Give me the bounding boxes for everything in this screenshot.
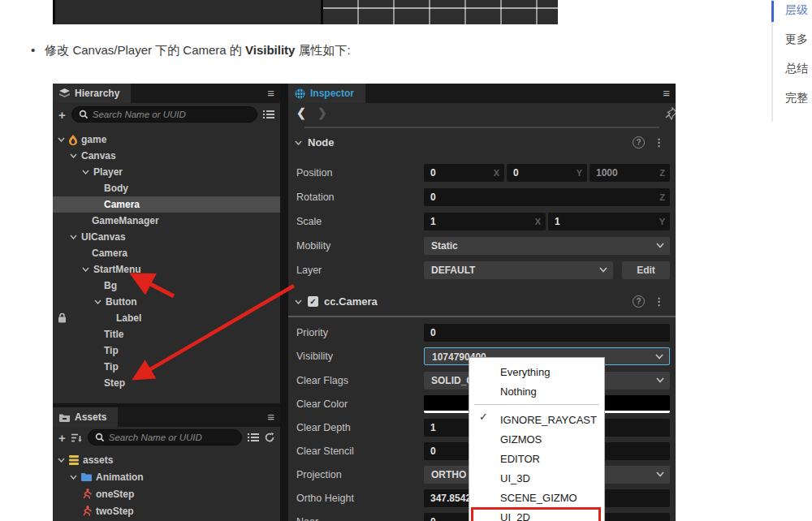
tree-item-gamemanager[interactable]: GameManager <box>53 213 280 229</box>
scale-y-field[interactable]: 1Y <box>548 213 670 230</box>
asset-item-onestep[interactable]: oneStep <box>53 485 280 502</box>
layer-label: Layer <box>296 265 322 276</box>
hierarchy-toolbar: + Search Name or UUID <box>53 103 280 126</box>
dropdown-item-editor[interactable]: EDITOR <box>469 450 604 469</box>
tree-label: Bg <box>104 280 117 291</box>
visibility-dropdown-popup: Everything Nothing ✓ IGNORE_RAYCAST GIZM… <box>469 357 605 521</box>
node-section-header[interactable]: Node ? ⋮ <box>288 136 676 149</box>
instruction-bold-visibility: Visibility <box>245 43 295 57</box>
inspector-panel: Inspector ≡ ❮ ❯ Node ? ⋮ Position <box>288 84 676 521</box>
dropdown-divider <box>474 404 599 405</box>
tree-label: oneStep <box>96 489 134 500</box>
asset-item-animation[interactable]: Animation <box>53 468 280 485</box>
tab-hierarchy[interactable]: Hierarchy <box>53 84 131 103</box>
tree-item-tip2[interactable]: Tip <box>53 359 280 375</box>
tree-item-body[interactable]: Body <box>53 180 280 196</box>
sort-icon[interactable] <box>71 433 82 442</box>
camera-enabled-checkbox[interactable]: ✓ <box>308 296 318 307</box>
scene-preview-image <box>53 0 558 24</box>
near-label: Near <box>296 516 318 521</box>
tree-item-tip1[interactable]: Tip <box>53 342 280 359</box>
tree-item-label[interactable]: Label <box>53 310 280 326</box>
inspector-menu-icon[interactable]: ≡ <box>663 86 670 100</box>
dropdown-item-everything[interactable]: Everything <box>469 363 604 382</box>
tree-label: Body <box>104 183 128 194</box>
chevron-down-icon <box>599 267 607 273</box>
tree-label: Step <box>104 377 125 389</box>
tree-item-uicanvas[interactable]: UICanvas <box>53 229 280 245</box>
list-view-icon[interactable] <box>248 433 259 442</box>
chevron-down-icon[interactable] <box>70 153 77 158</box>
ortho-height-label: Ortho Height <box>296 493 354 504</box>
refresh-icon[interactable] <box>265 433 274 442</box>
position-y-field[interactable]: 0Y <box>507 164 587 182</box>
dropdown-item-ui-3d[interactable]: UI_3D <box>469 469 604 489</box>
tree-item-ui-camera[interactable]: Camera <box>53 245 280 261</box>
tree-item-title[interactable]: Title <box>53 326 280 342</box>
tab-inspector-label: Inspector <box>310 88 354 99</box>
scale-x-field[interactable]: 1X <box>424 213 546 230</box>
position-x-field[interactable]: 0X <box>424 164 504 182</box>
create-node-button[interactable]: + <box>58 109 66 121</box>
toc-item-more[interactable]: 更多 <box>785 32 808 47</box>
help-icon[interactable]: ? <box>633 136 645 149</box>
inspector-navrow: ❮ ❯ <box>288 103 676 124</box>
nav-back-icon[interactable]: ❮ <box>296 106 306 119</box>
chevron-down-icon <box>656 243 664 248</box>
dropdown-item-nothing[interactable]: Nothing <box>469 382 604 402</box>
tree-item-canvas[interactable]: Canvas <box>53 148 280 164</box>
hierarchy-menu-icon[interactable]: ≡ <box>267 86 274 100</box>
tree-item-player[interactable]: Player <box>53 164 280 180</box>
tree-item-startmenu[interactable]: StartMenu <box>53 261 280 278</box>
tree-item-bg[interactable]: Bg <box>53 278 280 294</box>
camera-section-header[interactable]: ✓ cc.Camera ? ⋮ <box>288 295 676 308</box>
kebab-menu-icon[interactable]: ⋮ <box>654 295 664 308</box>
position-z-field[interactable]: 1000Z <box>590 164 670 182</box>
mobility-select[interactable]: Static <box>424 237 670 255</box>
tree-item-game[interactable]: game <box>53 131 280 148</box>
layers-icon <box>59 88 70 98</box>
chevron-down-icon[interactable] <box>94 299 102 304</box>
kebab-menu-icon[interactable]: ⋮ <box>654 136 664 149</box>
dropdown-item-scene-gizmo[interactable]: SCENE_GIZMO <box>469 489 604 508</box>
list-view-icon[interactable] <box>263 110 274 119</box>
chevron-down-icon[interactable] <box>70 235 77 239</box>
layer-edit-button[interactable]: Edit <box>622 261 670 279</box>
chevron-down-icon[interactable] <box>82 267 89 272</box>
create-asset-button[interactable]: + <box>58 432 66 444</box>
nav-forward-icon[interactable]: ❯ <box>317 106 327 119</box>
tree-item-camera-selected[interactable]: Camera <box>53 196 280 213</box>
toc-item-summary[interactable]: 总结 <box>785 62 808 76</box>
projection-label: Projection <box>296 469 342 480</box>
help-icon[interactable]: ? <box>633 295 645 308</box>
rotation-row: Rotation 0Z <box>296 188 670 206</box>
layer-select[interactable]: DEFAULT <box>424 261 613 279</box>
assets-menu-icon[interactable]: ≡ <box>267 410 274 424</box>
tree-label: UICanvas <box>81 231 126 243</box>
pin-icon[interactable] <box>665 107 676 120</box>
visibility-label: Visibility <box>296 351 333 362</box>
rotation-z-field[interactable]: 0Z <box>424 188 670 206</box>
asset-item-assets-root[interactable]: assets <box>53 451 280 468</box>
asset-item-twostep[interactable]: twoStep <box>53 502 280 519</box>
toc-item-hierarchy[interactable]: 层级 <box>785 3 808 18</box>
scene-preview-dark-area <box>53 0 321 24</box>
tree-item-button[interactable]: Button <box>53 294 280 310</box>
dropdown-item-gizmos[interactable]: GIZMOS <box>469 430 604 450</box>
assets-search-placeholder: Search Name or UUID <box>109 433 202 442</box>
priority-field[interactable]: 0 <box>424 324 670 342</box>
tab-inspector[interactable]: Inspector <box>288 84 365 103</box>
tree-item-step[interactable]: Step <box>53 375 280 391</box>
chevron-down-icon[interactable] <box>295 140 302 145</box>
chevron-down-icon[interactable] <box>295 299 302 304</box>
toc-item-complete[interactable]: 完整 <box>785 91 808 105</box>
tab-assets[interactable]: Assets <box>53 407 118 427</box>
position-row: Position 0X 0Y 1000Z <box>296 164 670 182</box>
assets-search-input[interactable]: Search Name or UUID <box>88 429 242 446</box>
hierarchy-search-input[interactable]: Search Name or UUID <box>71 106 257 123</box>
chevron-down-icon[interactable] <box>58 137 65 142</box>
chevron-down-icon[interactable] <box>70 475 77 480</box>
chevron-down-icon[interactable] <box>58 458 65 463</box>
dropdown-item-ignore-raycast[interactable]: IGNORE_RAYCAST <box>469 411 604 430</box>
chevron-down-icon[interactable] <box>82 170 89 174</box>
